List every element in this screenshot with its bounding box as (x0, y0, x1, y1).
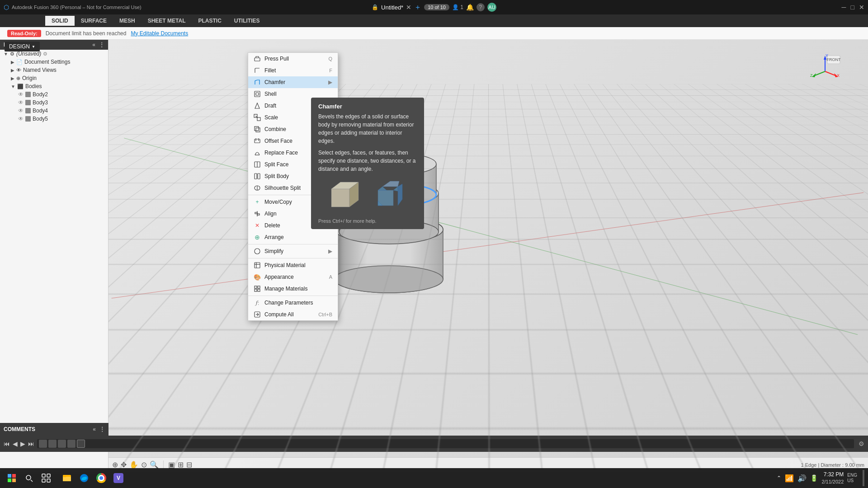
menu-divider-3 (248, 258, 338, 258)
volume-icon[interactable]: 🔊 (797, 474, 807, 483)
shell-menu-icon (254, 90, 261, 98)
viewport[interactable]: Y X Z FRONT Press Pull Q (108, 40, 868, 472)
design-dropdown[interactable]: DESIGN ▼ (5, 42, 40, 52)
editable-documents-link[interactable]: My Editable Documents (131, 30, 188, 37)
svg-rect-69 (256, 128, 260, 132)
tooltip-after-image (370, 178, 410, 214)
svg-rect-62 (255, 91, 260, 97)
browser-panel: BROWSER « ⋮ ▼ ⚙ (Unsaved) ⚙ ▶ 📄 Document… (0, 40, 108, 472)
search-button[interactable] (21, 470, 37, 486)
show-desktop-btn[interactable] (863, 470, 864, 486)
eye-icon-body4[interactable]: 👁 (18, 108, 24, 114)
tab-sheet-metal[interactable]: SHEET METAL (142, 16, 192, 26)
comments-options-icon[interactable]: ⋮ (99, 426, 105, 432)
edge-info: 1 Edge | Diameter : 9.00 mm (801, 462, 864, 468)
timeline-marker-2[interactable] (48, 440, 57, 448)
locale-indicator[interactable]: ENG US (847, 473, 857, 483)
browser-item-named-views[interactable]: ▶ 👁 Named Views (0, 66, 108, 74)
start-button[interactable] (4, 470, 20, 486)
simplify-submenu-arrow: ▶ (328, 248, 332, 254)
new-doc-icon[interactable]: ＋ (414, 3, 421, 12)
eye-icon-body2[interactable]: 👁 (18, 91, 24, 98)
timeline-settings[interactable]: ⚙ (859, 440, 864, 447)
browser-item-origin[interactable]: ▶ ⊕ Origin (0, 74, 108, 82)
eye-icon-body5[interactable]: 👁 (18, 116, 24, 122)
comments-expand-icon[interactable]: « (93, 426, 96, 432)
tab-surface[interactable]: SURFACE (75, 16, 113, 26)
network-icon[interactable]: 📶 (785, 474, 794, 483)
clock[interactable]: 7:32 PM 2/11/2022 (821, 471, 844, 485)
press-pull-menu-icon (254, 55, 261, 62)
browser-item-body4[interactable]: 👁 Body4 (0, 107, 108, 115)
eye-icon-body3[interactable]: 👁 (18, 99, 24, 106)
task-view-button[interactable] (38, 470, 54, 486)
browser-collapse-icon[interactable]: « (92, 42, 95, 48)
minimize-button[interactable]: ─ (842, 4, 846, 11)
title-app: ⬡ Autodesk Fusion 360 (Personal – Not fo… (4, 4, 142, 11)
tab-utilities[interactable]: UTILITIES (228, 16, 266, 26)
user-avatar[interactable]: AU (487, 3, 496, 12)
move-copy-menu-icon: + (254, 198, 261, 206)
menu-item-press-pull[interactable]: Press Pull Q (248, 53, 338, 65)
browser-item-body5[interactable]: 👁 Body5 (0, 115, 108, 123)
menu-item-manage-materials[interactable]: Manage Materials (248, 283, 338, 295)
svg-marker-100 (382, 181, 399, 187)
svg-rect-61 (255, 58, 260, 61)
timeline-marker-5[interactable] (77, 440, 85, 448)
menu-item-physical-material[interactable]: Physical Material (248, 259, 338, 271)
taskbar-edge[interactable] (76, 470, 92, 486)
browser-item-doc-settings[interactable]: ▶ 📄 Document Settings (0, 58, 108, 66)
browser-options-icon[interactable]: ⋮ (99, 42, 104, 48)
tab-mesh[interactable]: MESH (113, 16, 142, 26)
timeline-play-btn[interactable]: ▶ (20, 440, 25, 447)
tab-plastic[interactable]: PLASTIC (192, 16, 227, 26)
silhouette-split-menu-icon (254, 184, 261, 192)
timeline-marker-4[interactable] (67, 440, 75, 448)
change-params-menu-icon: 𝑓∶ (254, 299, 261, 306)
system-tray: ⌃ 📶 🔊 🔋 7:32 PM 2/11/2022 ENG US (777, 470, 864, 486)
menu-item-compute-all[interactable]: Compute All Ctrl+B (248, 309, 338, 320)
tooltip-footer: Press Ctrl+/ for more help. (318, 218, 417, 224)
title-center: 🔒 Untitled* ✕ ＋ 10 of 10 👤 1 🔔 ? AU (372, 3, 496, 12)
bell-icon[interactable]: 🔔 (466, 4, 474, 11)
svg-rect-66 (257, 117, 260, 121)
tooltip-images (318, 178, 417, 214)
browser-item-bodies[interactable]: ▼ ⬛ Bodies (0, 82, 108, 90)
svg-marker-98 (393, 187, 398, 191)
timeline-marker-1[interactable] (39, 440, 47, 448)
menu-item-change-parameters[interactable]: 𝑓∶ Change Parameters (248, 297, 338, 309)
svg-rect-108 (42, 474, 45, 477)
comments-panel: COMMENTS « ⋮ (0, 423, 108, 436)
chamfer-tooltip: Chamfer Bevels the edges of a solid or s… (311, 98, 424, 229)
menu-item-arrange[interactable]: ⊕ Arrange (248, 231, 338, 243)
taskbar-app3[interactable]: V (110, 470, 127, 486)
draft-menu-icon (254, 102, 261, 109)
timeline-end-btn[interactable]: ⏭ (28, 440, 34, 447)
axis-line-green (124, 138, 858, 335)
browser-item-body2[interactable]: 👁 Body2 (0, 90, 108, 99)
svg-point-106 (26, 475, 31, 480)
close-doc-icon[interactable]: ✕ (406, 4, 411, 11)
tab-solid[interactable]: SOLID (45, 16, 75, 26)
unsaved-settings-icon[interactable]: ⚙ (43, 51, 47, 57)
timeline-marker-3[interactable] (58, 440, 66, 448)
timeline-start-btn[interactable]: ⏮ (4, 440, 10, 447)
svg-rect-70 (255, 139, 260, 143)
svg-rect-83 (255, 249, 260, 254)
user-count-icon: 👤 1 (452, 4, 463, 10)
timeline-prev-btn[interactable]: ◀ (13, 440, 18, 447)
help-icon[interactable]: ? (476, 3, 485, 11)
menu-item-appearance[interactable]: 🎨 Appearance A (248, 271, 338, 283)
svg-rect-87 (255, 286, 257, 288)
menu-item-chamfer[interactable]: Chamfer ▶ (248, 76, 338, 88)
taskbar-explorer[interactable] (59, 470, 75, 486)
tray-up-icon[interactable]: ⌃ (777, 475, 781, 481)
timeline-track[interactable] (37, 439, 854, 448)
svg-marker-101 (398, 184, 402, 206)
taskbar-chrome[interactable] (93, 470, 109, 486)
menu-item-simplify[interactable]: Simplify ▶ (248, 245, 338, 257)
menu-item-fillet[interactable]: Fillet F (248, 65, 338, 76)
maximize-button[interactable]: □ (851, 4, 854, 11)
browser-item-body3[interactable]: 👁 Body3 (0, 99, 108, 107)
close-button[interactable]: ✕ (859, 4, 864, 11)
